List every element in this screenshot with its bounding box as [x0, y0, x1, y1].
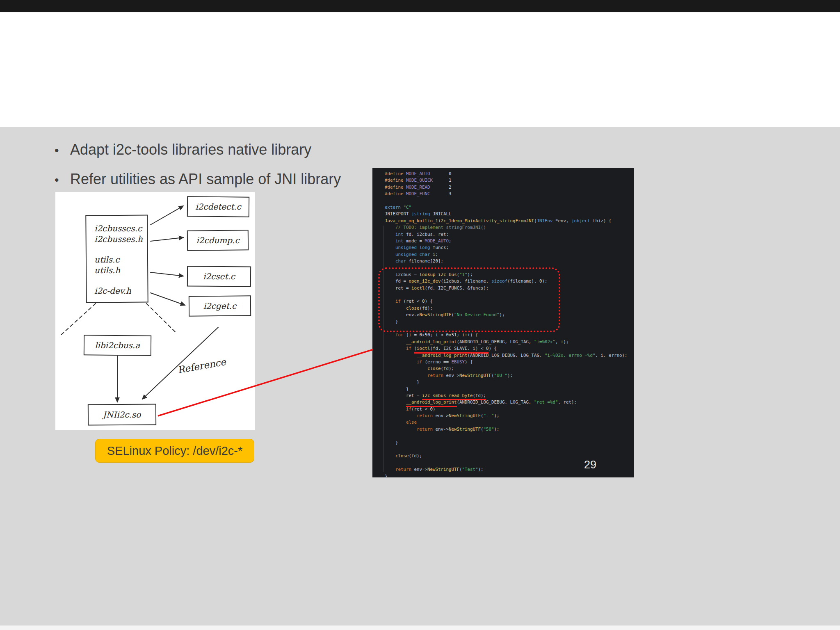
source-file-label: i2c-dev.h — [94, 286, 131, 296]
architecture-diagram: i2cbusses.c i2cbusses.h utils.c utils.h … — [55, 192, 255, 430]
libi2cbus-label: libi2cbus.a — [95, 340, 140, 350]
source-file-label: i2cbusses.h — [94, 234, 143, 244]
bullet-item: • Refer utilities as API sample of JNI l… — [55, 171, 341, 190]
bullet-marker: • — [55, 173, 70, 187]
page-number: 29 — [584, 459, 596, 471]
presentation-slide: I2C JNI APP • Adapt i2c-tools libraries … — [0, 0, 840, 630]
arrow-to-i2cget — [151, 293, 185, 305]
bullet-list: • Adapt i2c-tools libraries native libra… — [55, 141, 341, 200]
bullet-item: • Adapt i2c-tools libraries native libra… — [55, 141, 341, 161]
i2cget-label: i2cget.c — [203, 301, 237, 311]
bottom-strip — [0, 625, 840, 630]
code-highlight-box — [378, 267, 560, 332]
dashed-line-right — [146, 304, 177, 333]
diagram-sketch: i2cbusses.c i2cbusses.h utils.c utils.h … — [55, 192, 255, 430]
bullet-marker: • — [55, 144, 70, 158]
top-accent-bar — [0, 0, 840, 12]
header-band — [0, 12, 840, 127]
code-underline-smbus-read — [422, 399, 486, 400]
source-file-label: utils.h — [94, 265, 120, 275]
selinux-policy-badge: SELinux Policy: /dev/i2c-* — [95, 439, 254, 463]
i2cdetect-label: i2cdetect.c — [195, 202, 242, 212]
code-screenshot: #define MODE_AUTO 0#define MODE_QUICK 1#… — [372, 168, 634, 477]
arrow-to-i2cset — [151, 272, 183, 276]
i2cdump-label: i2cdump.c — [196, 235, 240, 245]
code-underline-log-print — [406, 406, 457, 407]
bullet-text: Adapt i2c-tools libraries native library — [70, 141, 311, 158]
code-underline-ioctl-slave — [414, 352, 488, 354]
bullet-text: Refer utilities as API sample of JNI lib… — [70, 171, 341, 188]
dashed-line-left — [59, 304, 96, 336]
diagram-labels: i2cbusses.c i2cbusses.h utils.c utils.h … — [94, 202, 242, 420]
arrow-to-i2cdump — [151, 237, 183, 241]
arrow-to-i2cdetect — [151, 206, 183, 225]
source-file-label: i2cbusses.c — [94, 224, 143, 233]
source-file-label: utils.c — [94, 255, 120, 265]
jni-so-label: JNIi2c.so — [102, 410, 141, 420]
i2cset-label: i2cset.c — [203, 272, 236, 281]
